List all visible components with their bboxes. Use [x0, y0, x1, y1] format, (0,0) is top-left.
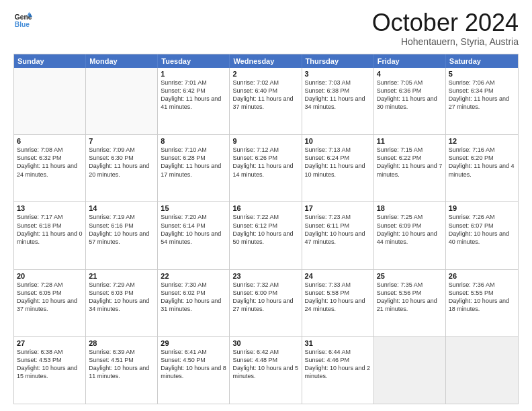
cell-info: Sunrise: 7:08 AM Sunset: 6:32 PM Dayligh… [17, 146, 83, 179]
day-number: 7 [89, 137, 154, 145]
page: General Blue October 2024 Hohentauern, S… [0, 0, 532, 411]
day-number: 21 [89, 272, 154, 280]
day-number: 25 [377, 272, 443, 280]
day-number: 13 [17, 204, 83, 212]
day-number: 11 [377, 137, 443, 145]
cell-info: Sunrise: 7:02 AM Sunset: 6:40 PM Dayligh… [232, 79, 298, 111]
day-number: 27 [17, 339, 83, 347]
cell-info: Sunrise: 7:19 AM Sunset: 6:16 PM Dayligh… [89, 213, 154, 246]
calendar-cell: 27Sunrise: 6:38 AM Sunset: 4:53 PM Dayli… [14, 337, 86, 404]
weekday-header: Wednesday [230, 54, 302, 68]
weekday-header: Friday [374, 54, 446, 68]
calendar-cell: 6Sunrise: 7:08 AM Sunset: 6:32 PM Daylig… [14, 135, 86, 201]
calendar-cell: 22Sunrise: 7:30 AM Sunset: 6:02 PM Dayli… [158, 270, 230, 336]
calendar-cell: 24Sunrise: 7:33 AM Sunset: 5:58 PM Dayli… [302, 270, 374, 336]
calendar-cell: 31Sunrise: 6:44 AM Sunset: 4:46 PM Dayli… [302, 337, 374, 404]
day-number: 16 [232, 204, 298, 212]
calendar-row: 27Sunrise: 6:38 AM Sunset: 4:53 PM Dayli… [14, 336, 518, 404]
day-number: 8 [161, 137, 226, 145]
day-number: 2 [232, 70, 298, 78]
day-number: 12 [449, 137, 515, 145]
cell-info: Sunrise: 7:23 AM Sunset: 6:11 PM Dayligh… [305, 213, 371, 246]
calendar-cell: 16Sunrise: 7:22 AM Sunset: 6:12 PM Dayli… [230, 202, 302, 269]
calendar-cell: 25Sunrise: 7:35 AM Sunset: 5:56 PM Dayli… [374, 270, 446, 336]
day-number: 31 [305, 339, 371, 347]
cell-info: Sunrise: 7:12 AM Sunset: 6:26 PM Dayligh… [232, 146, 298, 179]
day-number: 1 [161, 70, 226, 78]
calendar-cell: 21Sunrise: 7:29 AM Sunset: 6:03 PM Dayli… [86, 270, 158, 336]
weekday-header: Thursday [302, 54, 374, 68]
calendar-cell: 26Sunrise: 7:36 AM Sunset: 5:55 PM Dayli… [446, 270, 518, 336]
calendar-row: 6Sunrise: 7:08 AM Sunset: 6:32 PM Daylig… [14, 134, 518, 201]
calendar-cell: 2Sunrise: 7:02 AM Sunset: 6:40 PM Daylig… [230, 68, 302, 134]
calendar-cell: 7Sunrise: 7:09 AM Sunset: 6:30 PM Daylig… [86, 135, 158, 201]
calendar-cell [14, 68, 86, 134]
cell-info: Sunrise: 7:13 AM Sunset: 6:24 PM Dayligh… [305, 146, 371, 179]
calendar-cell: 9Sunrise: 7:12 AM Sunset: 6:26 PM Daylig… [230, 135, 302, 201]
calendar-cell [446, 337, 518, 404]
day-number: 20 [17, 272, 83, 280]
calendar-header: SundayMondayTuesdayWednesdayThursdayFrid… [14, 54, 518, 68]
logo-icon: General Blue [13, 11, 32, 30]
day-number: 14 [89, 204, 154, 212]
day-number: 29 [161, 339, 226, 347]
calendar-cell: 1Sunrise: 7:01 AM Sunset: 6:42 PM Daylig… [158, 68, 230, 134]
day-number: 28 [89, 339, 154, 347]
day-number: 19 [449, 204, 515, 212]
calendar-cell: 10Sunrise: 7:13 AM Sunset: 6:24 PM Dayli… [302, 135, 374, 201]
calendar-cell: 11Sunrise: 7:15 AM Sunset: 6:22 PM Dayli… [374, 135, 446, 201]
weekday-header: Monday [86, 54, 158, 68]
calendar-cell: 23Sunrise: 7:32 AM Sunset: 6:00 PM Dayli… [230, 270, 302, 336]
day-number: 18 [377, 204, 443, 212]
day-number: 9 [232, 137, 298, 145]
cell-info: Sunrise: 7:33 AM Sunset: 5:58 PM Dayligh… [305, 281, 371, 314]
cell-info: Sunrise: 7:01 AM Sunset: 6:42 PM Dayligh… [161, 79, 226, 111]
weekday-header: Sunday [14, 54, 86, 68]
day-number: 24 [305, 272, 371, 280]
cell-info: Sunrise: 7:20 AM Sunset: 6:14 PM Dayligh… [161, 213, 226, 246]
cell-info: Sunrise: 6:41 AM Sunset: 4:50 PM Dayligh… [161, 348, 226, 381]
calendar-cell [86, 68, 158, 134]
calendar-body: 1Sunrise: 7:01 AM Sunset: 6:42 PM Daylig… [14, 68, 518, 404]
calendar-cell: 29Sunrise: 6:41 AM Sunset: 4:50 PM Dayli… [158, 337, 230, 404]
cell-info: Sunrise: 7:29 AM Sunset: 6:03 PM Dayligh… [89, 281, 154, 314]
cell-info: Sunrise: 7:32 AM Sunset: 6:00 PM Dayligh… [232, 281, 298, 314]
calendar-cell: 30Sunrise: 6:42 AM Sunset: 4:48 PM Dayli… [230, 337, 302, 404]
cell-info: Sunrise: 7:06 AM Sunset: 6:34 PM Dayligh… [449, 79, 515, 111]
calendar-row: 13Sunrise: 7:17 AM Sunset: 6:18 PM Dayli… [14, 201, 518, 269]
calendar-cell: 8Sunrise: 7:10 AM Sunset: 6:28 PM Daylig… [158, 135, 230, 201]
calendar-cell: 14Sunrise: 7:19 AM Sunset: 6:16 PM Dayli… [86, 202, 158, 269]
calendar-cell: 13Sunrise: 7:17 AM Sunset: 6:18 PM Dayli… [14, 202, 86, 269]
calendar-row: 20Sunrise: 7:28 AM Sunset: 6:05 PM Dayli… [14, 269, 518, 336]
cell-info: Sunrise: 7:17 AM Sunset: 6:18 PM Dayligh… [17, 213, 83, 246]
weekday-header: Saturday [446, 54, 518, 68]
cell-info: Sunrise: 6:42 AM Sunset: 4:48 PM Dayligh… [232, 348, 298, 381]
day-number: 3 [305, 70, 371, 78]
calendar-row: 1Sunrise: 7:01 AM Sunset: 6:42 PM Daylig… [14, 68, 518, 134]
day-number: 22 [161, 272, 226, 280]
day-number: 30 [232, 339, 298, 347]
day-number: 10 [305, 137, 371, 145]
day-number: 4 [377, 70, 443, 78]
header: General Blue October 2024 Hohentauern, S… [13, 11, 519, 47]
day-number: 15 [161, 204, 226, 212]
cell-info: Sunrise: 7:05 AM Sunset: 6:36 PM Dayligh… [377, 79, 443, 111]
cell-info: Sunrise: 7:26 AM Sunset: 6:07 PM Dayligh… [449, 213, 515, 246]
cell-info: Sunrise: 7:30 AM Sunset: 6:02 PM Dayligh… [161, 281, 226, 314]
cell-info: Sunrise: 7:16 AM Sunset: 6:20 PM Dayligh… [449, 146, 515, 179]
calendar-cell: 5Sunrise: 7:06 AM Sunset: 6:34 PM Daylig… [446, 68, 518, 134]
calendar-cell: 20Sunrise: 7:28 AM Sunset: 6:05 PM Dayli… [14, 270, 86, 336]
weekday-header: Tuesday [158, 54, 230, 68]
title-section: October 2024 Hohentauern, Styria, Austri… [372, 11, 519, 47]
cell-info: Sunrise: 7:10 AM Sunset: 6:28 PM Dayligh… [161, 146, 226, 179]
cell-info: Sunrise: 6:39 AM Sunset: 4:51 PM Dayligh… [89, 348, 154, 381]
location: Hohentauern, Styria, Austria [372, 36, 519, 47]
day-number: 23 [232, 272, 298, 280]
cell-info: Sunrise: 7:36 AM Sunset: 5:55 PM Dayligh… [449, 281, 515, 314]
cell-info: Sunrise: 6:44 AM Sunset: 4:46 PM Dayligh… [305, 348, 371, 381]
calendar-cell: 15Sunrise: 7:20 AM Sunset: 6:14 PM Dayli… [158, 202, 230, 269]
calendar-cell: 3Sunrise: 7:03 AM Sunset: 6:38 PM Daylig… [302, 68, 374, 134]
calendar-cell: 17Sunrise: 7:23 AM Sunset: 6:11 PM Dayli… [302, 202, 374, 269]
calendar-cell [374, 337, 446, 404]
cell-info: Sunrise: 7:22 AM Sunset: 6:12 PM Dayligh… [232, 213, 298, 246]
